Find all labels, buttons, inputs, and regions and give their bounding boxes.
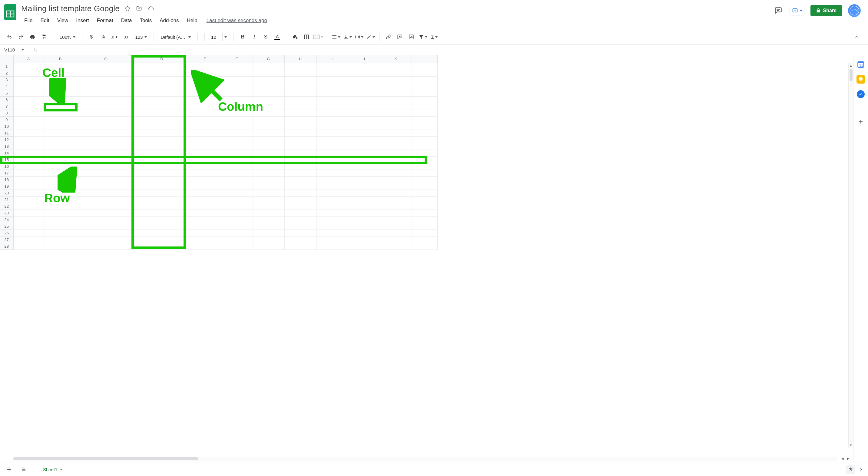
- menu-tools[interactable]: Tools: [137, 17, 155, 25]
- cell-K26[interactable]: [380, 229, 411, 236]
- row-header-3[interactable]: 3: [0, 76, 13, 83]
- cell-B2[interactable]: [43, 70, 77, 76]
- cell-J17[interactable]: [348, 169, 380, 176]
- insert-comment-button[interactable]: [395, 32, 405, 42]
- cell-G13[interactable]: [253, 143, 284, 150]
- cell-I21[interactable]: [316, 196, 348, 203]
- cell-G22[interactable]: [253, 203, 284, 210]
- cell-A2[interactable]: [13, 70, 43, 76]
- cell-F19[interactable]: [221, 183, 253, 190]
- cell-H21[interactable]: [284, 196, 316, 203]
- cell-L20[interactable]: [411, 190, 437, 196]
- cell-E20[interactable]: [189, 190, 221, 196]
- cell-A4[interactable]: [13, 83, 43, 90]
- cell-L1[interactable]: [411, 63, 437, 70]
- cell-J16[interactable]: [348, 163, 380, 169]
- column-header-G[interactable]: G: [253, 55, 284, 63]
- cell-D20[interactable]: [134, 190, 189, 196]
- present-button[interactable]: [789, 6, 804, 15]
- filter-button[interactable]: [417, 32, 428, 42]
- cell-G2[interactable]: [253, 70, 284, 76]
- cell-H28[interactable]: [284, 243, 316, 250]
- cell-C27[interactable]: [77, 236, 134, 243]
- cell-K8[interactable]: [380, 109, 411, 116]
- cell-H19[interactable]: [284, 183, 316, 190]
- cell-E10[interactable]: [189, 123, 221, 130]
- cell-B13[interactable]: [43, 143, 77, 150]
- menu-addons[interactable]: Add-ons: [157, 17, 182, 25]
- cell-B8[interactable]: [43, 109, 77, 116]
- cell-E3[interactable]: [189, 76, 221, 83]
- cell-C23[interactable]: [77, 210, 134, 216]
- cell-B10[interactable]: [43, 123, 77, 130]
- cell-L13[interactable]: [411, 143, 437, 150]
- cell-A24[interactable]: [13, 216, 43, 223]
- row-header-6[interactable]: 6: [0, 96, 13, 103]
- row-header-22[interactable]: 22: [0, 203, 13, 210]
- scroll-right-icon[interactable]: ►: [846, 456, 850, 461]
- paint-format-button[interactable]: [39, 32, 49, 42]
- cell-E19[interactable]: [189, 183, 221, 190]
- cell-E2[interactable]: [189, 70, 221, 76]
- cell-I10[interactable]: [316, 123, 348, 130]
- row-header-26[interactable]: 26: [0, 229, 13, 236]
- cell-J14[interactable]: [348, 150, 380, 156]
- cell-E25[interactable]: [189, 223, 221, 229]
- cell-F26[interactable]: [221, 229, 253, 236]
- cell-J25[interactable]: [348, 223, 380, 229]
- cell-I11[interactable]: [316, 130, 348, 136]
- cell-F8[interactable]: [221, 109, 253, 116]
- fill-color-button[interactable]: [290, 32, 300, 42]
- cell-F5[interactable]: [221, 90, 253, 96]
- cell-B17[interactable]: [43, 169, 77, 176]
- redo-button[interactable]: [16, 32, 26, 42]
- cell-G12[interactable]: [253, 136, 284, 143]
- cell-I5[interactable]: [316, 90, 348, 96]
- cell-F27[interactable]: [221, 236, 253, 243]
- cell-B11[interactable]: [43, 130, 77, 136]
- font-select[interactable]: Default (Ari...: [157, 33, 194, 41]
- cell-I19[interactable]: [316, 183, 348, 190]
- cell-C20[interactable]: [77, 190, 134, 196]
- cell-D7[interactable]: [134, 103, 189, 109]
- decrease-decimal-button[interactable]: .0: [109, 32, 119, 42]
- cell-L10[interactable]: [411, 123, 437, 130]
- cell-J10[interactable]: [348, 123, 380, 130]
- h-align-button[interactable]: [331, 32, 341, 42]
- scroll-down-icon[interactable]: ▼: [848, 443, 853, 448]
- cell-H3[interactable]: [284, 76, 316, 83]
- cell-L23[interactable]: [411, 210, 437, 216]
- row-header-8[interactable]: 8: [0, 109, 13, 116]
- cell-A3[interactable]: [13, 76, 43, 83]
- cell-L12[interactable]: [411, 136, 437, 143]
- cell-C19[interactable]: [77, 183, 134, 190]
- cell-A23[interactable]: [13, 210, 43, 216]
- cell-G15[interactable]: [253, 156, 284, 163]
- cell-J23[interactable]: [348, 210, 380, 216]
- row-header-12[interactable]: 12: [0, 136, 13, 143]
- cell-J20[interactable]: [348, 190, 380, 196]
- cell-K17[interactable]: [380, 169, 411, 176]
- cell-B3[interactable]: [43, 76, 77, 83]
- wrap-button[interactable]: [354, 32, 364, 42]
- cell-G23[interactable]: [253, 210, 284, 216]
- cell-H27[interactable]: [284, 236, 316, 243]
- cell-E5[interactable]: [189, 90, 221, 96]
- cell-K5[interactable]: [380, 90, 411, 96]
- cell-E26[interactable]: [189, 229, 221, 236]
- cell-K20[interactable]: [380, 190, 411, 196]
- cell-I17[interactable]: [316, 169, 348, 176]
- menu-view[interactable]: View: [54, 17, 71, 25]
- cell-L5[interactable]: [411, 90, 437, 96]
- cell-G16[interactable]: [253, 163, 284, 169]
- cell-I26[interactable]: [316, 229, 348, 236]
- print-button[interactable]: [27, 32, 37, 42]
- cell-D15[interactable]: [134, 156, 189, 163]
- cell-K21[interactable]: [380, 196, 411, 203]
- cell-B6[interactable]: [43, 96, 77, 103]
- share-button[interactable]: Share: [810, 5, 842, 17]
- cell-D3[interactable]: [134, 76, 189, 83]
- cell-L17[interactable]: [411, 169, 437, 176]
- cell-H17[interactable]: [284, 169, 316, 176]
- cell-C5[interactable]: [77, 90, 134, 96]
